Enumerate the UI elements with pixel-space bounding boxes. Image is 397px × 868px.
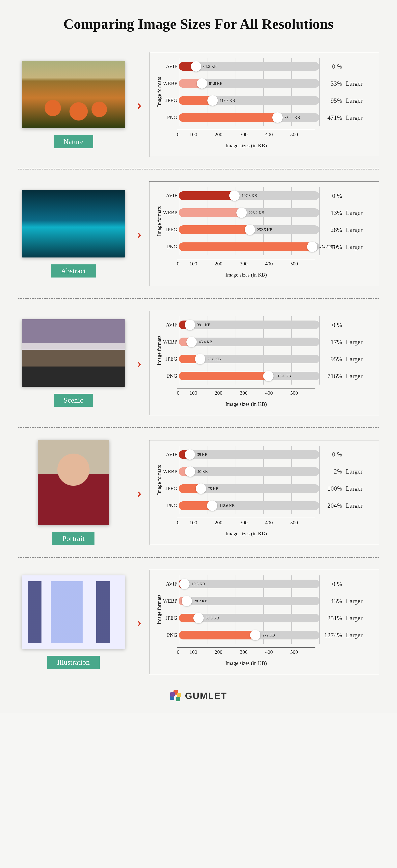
- x-axis: 0100200300400500: [177, 388, 315, 395]
- larger-label: Larger: [346, 597, 363, 605]
- chart-column: Image formatsAVIFWEBPJPEGPNG19.8 KB28.2 …: [149, 570, 379, 674]
- bar-track: 118.6 KB: [179, 501, 319, 510]
- chart-box: Image formatsAVIFWEBPJPEGPNG197.8 KB223.…: [149, 181, 379, 286]
- percent-value: 204%: [323, 502, 342, 509]
- bar-endcap-icon: [185, 466, 195, 477]
- percent-value: 0 %: [323, 192, 342, 199]
- x-tick: 400: [265, 520, 290, 526]
- bar-endcap-icon: [195, 354, 205, 364]
- percent-row: 28%Larger: [323, 221, 373, 238]
- x-tick: 400: [265, 649, 290, 655]
- x-tick: 200: [215, 520, 240, 526]
- y-axis-label: Image formats: [155, 444, 163, 516]
- x-axis: 0100200300400500: [177, 518, 315, 524]
- bar-fill: [179, 242, 312, 251]
- percent-row: 471%Larger: [323, 109, 373, 126]
- x-tick: 500: [290, 520, 315, 526]
- bar-track: 197.8 KB: [179, 191, 319, 200]
- bar-endcap-icon: [181, 596, 192, 606]
- bar-row: 272 KB: [179, 626, 319, 644]
- infographic-page: Comparing Image Sizes For All Resolution…: [0, 0, 397, 713]
- bar-endcap-icon: [179, 579, 190, 589]
- percent-row: 0 %: [323, 576, 373, 592]
- bar-row: 45.4 KB: [179, 333, 319, 350]
- section-divider: [18, 298, 379, 299]
- x-tick: 200: [215, 649, 240, 655]
- bar-endcap-icon: [185, 450, 195, 460]
- bar-track: 61.3 KB: [179, 62, 319, 71]
- bar-endcap-icon: [207, 500, 217, 511]
- bar-value-label: 252.5 KB: [257, 227, 273, 232]
- bar-fill: [179, 208, 242, 217]
- larger-label: Larger: [346, 355, 363, 363]
- percent-value: 95%: [323, 355, 342, 363]
- chevron-right-icon: ›››: [137, 356, 141, 370]
- bar-row: 28.2 KB: [179, 592, 319, 610]
- percent-value: 0 %: [323, 451, 342, 458]
- x-tick: 100: [189, 132, 215, 137]
- chart-box: Image formatsAVIFWEBPJPEGPNG39.1 KB45.4 …: [149, 311, 379, 415]
- bar-row: 61.3 KB: [179, 58, 319, 75]
- bar-row: 69.6 KB: [179, 610, 319, 626]
- y-tick: PNG: [163, 238, 177, 255]
- section-divider: [18, 169, 379, 169]
- y-tick: WEBP: [163, 463, 177, 480]
- bar-value-label: 69.6 KB: [206, 616, 219, 620]
- chart-box: Image formatsAVIFWEBPJPEGPNG39 KB40 KB78…: [149, 440, 379, 545]
- percent-row: 0 %: [323, 316, 373, 333]
- percent-value: 43%: [323, 597, 342, 605]
- bar-row: 118.6 KB: [179, 497, 319, 514]
- percent-value: 471%: [323, 114, 342, 121]
- bar-track: 119.8 KB: [179, 96, 319, 105]
- bar-value-label: 28.2 KB: [194, 599, 207, 603]
- y-tick: JPEG: [163, 480, 177, 497]
- bar-fill: [179, 631, 255, 640]
- category-badge: Illustration: [47, 656, 100, 669]
- larger-label: Larger: [346, 209, 363, 216]
- y-tick-labels: AVIFWEBPJPEGPNG: [163, 444, 179, 516]
- bar-row: 119.8 KB: [179, 92, 319, 109]
- bar-value-label: 350.6 KB: [285, 115, 300, 120]
- bar-value-label: 39.1 KB: [197, 323, 210, 327]
- percent-row: 13%Larger: [323, 204, 373, 221]
- bar-track: 69.6 KB: [179, 614, 319, 622]
- bar-value-label: 40 KB: [197, 469, 208, 474]
- larger-label: Larger: [346, 631, 363, 639]
- x-axis-label: Image sizes (in KB): [177, 143, 315, 149]
- y-tick: JPEG: [163, 350, 177, 368]
- bar-fill: [179, 372, 268, 380]
- x-tick: 300: [240, 520, 265, 526]
- y-axis-label: Image formats: [155, 574, 163, 646]
- larger-label: Larger: [346, 243, 363, 251]
- bar-endcap-icon: [307, 242, 317, 252]
- percent-row: 43%Larger: [323, 592, 373, 610]
- x-axis-label: Image sizes (in KB): [177, 660, 315, 666]
- bar-value-label: 318.4 KB: [276, 374, 291, 378]
- thumbnail-column: Abstract: [18, 190, 129, 278]
- percent-value: 251%: [323, 615, 342, 622]
- bars-area: 197.8 KB223.2 KB252.5 KB474.8 KB: [179, 185, 319, 257]
- bar-track: 45.4 KB: [179, 338, 319, 346]
- larger-label: Larger: [346, 485, 363, 492]
- x-tick: 200: [215, 261, 240, 267]
- chart-column: Image formatsAVIFWEBPJPEGPNG39.1 KB45.4 …: [149, 311, 379, 415]
- chevron-right-icon: ›››: [137, 486, 141, 499]
- bar-endcap-icon: [196, 484, 206, 494]
- x-tick: 0: [177, 261, 189, 267]
- x-tick: 0: [177, 390, 189, 396]
- x-tick: 100: [189, 261, 215, 267]
- larger-label: Larger: [346, 615, 363, 622]
- chart-column: Image formatsAVIFWEBPJPEGPNG197.8 KB223.…: [149, 181, 379, 286]
- bar-row: 78 KB: [179, 480, 319, 497]
- y-axis-label: Image formats: [155, 314, 163, 386]
- bar-row: 350.6 KB: [179, 109, 319, 126]
- sections-container: Nature›››Image formatsAVIFWEBPJPEGPNG61.…: [18, 52, 379, 674]
- y-tick: JPEG: [163, 92, 177, 109]
- y-tick: JPEG: [163, 610, 177, 626]
- thumbnail-image: [22, 190, 125, 257]
- x-tick: 300: [240, 132, 265, 137]
- bar-row: 39.1 KB: [179, 316, 319, 333]
- x-axis-label: Image sizes (in KB): [177, 272, 315, 278]
- section-scenic: Scenic›››Image formatsAVIFWEBPJPEGPNG39.…: [18, 311, 379, 415]
- section-divider: [18, 557, 379, 558]
